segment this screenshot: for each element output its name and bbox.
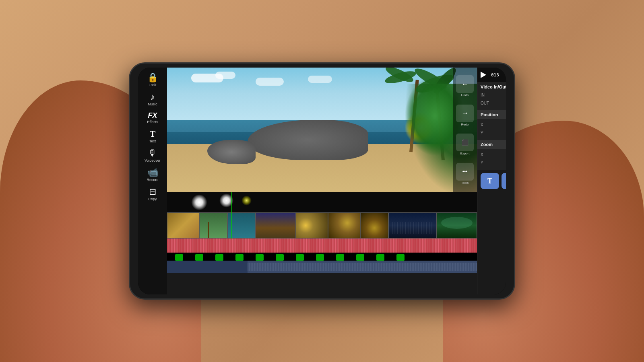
redo-button[interactable]: → [456, 105, 474, 122]
marker-9 [336, 254, 344, 261]
marker-3 [215, 254, 223, 261]
undo-label: Undo [461, 93, 469, 97]
zoom-title: Zoom [481, 142, 493, 147]
tools-label: Tools [461, 181, 469, 185]
record-icon: 📹 [147, 168, 158, 177]
sidebar-item-voiceover[interactable]: 🎙 Voiceover [140, 146, 165, 165]
clip-bokeh1[interactable] [296, 212, 328, 239]
marker-7 [296, 254, 304, 261]
clip-bokeh3[interactable] [360, 212, 388, 239]
marker-4 [235, 254, 244, 261]
zoom-x-row: X 1.000 + − [481, 151, 506, 158]
clip-aerial[interactable] [437, 212, 477, 239]
flash-row [167, 192, 477, 212]
position-x-label: X [481, 123, 487, 127]
sidebar-item-copy[interactable]: ⊟ Copy [140, 185, 165, 204]
left-toolbar: 🔒 Lock ♪ Music FX Effects T Text 🎙 Voice… [138, 68, 167, 294]
zoom-x-label: X [481, 152, 487, 157]
effects-label: Effects [147, 120, 158, 124]
in-value: 00:00:07 [493, 93, 506, 97]
sidebar-item-text[interactable]: T Text [140, 127, 165, 146]
beach-scene [167, 68, 477, 192]
position-x-value: 0.000 [487, 123, 506, 127]
position-y-row: Y 0.000 + − [481, 130, 506, 136]
nav-export[interactable]: ⬛ Export [456, 134, 474, 155]
out-label: OUT [481, 101, 493, 105]
text-title-button-1[interactable]: T [481, 173, 499, 189]
flash-3 [242, 195, 252, 206]
zoom-y-label: Y [481, 160, 487, 165]
voiceover-icon: 🎙 [148, 149, 157, 158]
center-right-area: ← Undo → Redo ⬛ Export ••• [167, 68, 506, 294]
marker-6 [276, 254, 284, 261]
out-value: 00:00:12 [493, 101, 506, 105]
sidebar-item-effects[interactable]: FX Effects [140, 109, 165, 126]
text-title-button-2[interactable]: T [502, 173, 506, 189]
center-content: ← Undo → Redo ⬛ Export ••• [167, 68, 477, 294]
playhead-clips [231, 212, 232, 239]
sidebar-item-record[interactable]: 📹 Record [140, 166, 165, 184]
audio-track-2 [167, 261, 477, 273]
export-button[interactable]: ⬛ [456, 134, 474, 151]
video-controls-row: 013 [477, 68, 506, 82]
marker-8 [316, 254, 324, 261]
position-y-label: Y [481, 131, 487, 135]
copy-icon: ⊟ [149, 187, 156, 196]
nav-undo[interactable]: ← Undo [456, 75, 474, 97]
right-panel: 013 Video In/Out Points IN 00:00:07 + − [477, 68, 506, 294]
playhead [231, 192, 232, 212]
out-point-row: OUT 00:00:12 + − [481, 100, 506, 106]
clip-beach[interactable] [167, 212, 199, 239]
zoom-y-value: 1.000 [487, 160, 506, 165]
frame-counter: 013 [491, 72, 499, 78]
cloud-2 [215, 72, 235, 79]
nav-tools[interactable]: ••• Tools [456, 163, 474, 185]
zoom-x-value: 1.000 [487, 152, 506, 157]
tools-button[interactable]: ••• [456, 163, 474, 181]
export-label: Export [460, 152, 469, 155]
record-label: Record [147, 178, 158, 182]
inout-panel: Video In/Out Points IN 00:00:07 + − OUT … [477, 82, 506, 110]
phone-device: 🔒 Lock ♪ Music FX Effects T Text 🎙 Voice… [129, 62, 515, 300]
marker-5 [256, 254, 264, 261]
undo-button[interactable]: ← [456, 75, 474, 93]
voiceover-label: Voiceover [144, 158, 161, 162]
sidebar-item-lock[interactable]: 🔒 Lock [140, 71, 165, 89]
text-icon: T [150, 130, 156, 138]
nav-redo[interactable]: → Redo [456, 105, 474, 126]
position-title: Position [481, 112, 498, 117]
cloud-4 [308, 76, 332, 83]
text-title-buttons-row: T T [477, 170, 506, 192]
position-section-header[interactable]: Position [477, 110, 506, 119]
zoom-section-header[interactable]: Zoom [477, 140, 506, 149]
video-preview: ← Undo → Redo ⬛ Export ••• [167, 68, 477, 192]
timeline-area [167, 192, 477, 294]
text-label: Text [149, 139, 156, 143]
zoom-panel: X 1.000 + − Y 1.000 + − [477, 149, 506, 170]
marker-1 [175, 254, 183, 261]
clip-sunset[interactable] [256, 212, 296, 239]
audio-track-main [167, 239, 477, 253]
phone-screen: 🔒 Lock ♪ Music FX Effects T Text 🎙 Voice… [138, 68, 506, 294]
marker-10 [356, 254, 364, 261]
clip-bokeh2[interactable] [328, 212, 360, 239]
in-label: IN [481, 93, 493, 97]
lock-label: Lock [149, 83, 156, 87]
inout-panel-title: Video In/Out Points [481, 84, 506, 89]
in-point-row: IN 00:00:07 + − [481, 92, 506, 98]
play-button[interactable] [481, 72, 486, 78]
cloud-3 [256, 78, 284, 86]
music-icon: ♪ [151, 93, 155, 101]
effects-icon: FX [148, 112, 157, 119]
zoom-y-row: Y 1.000 + − [481, 159, 506, 166]
lock-icon: 🔒 [147, 73, 158, 82]
position-y-value: 0.000 [487, 131, 506, 135]
position-panel: X 0.000 + − Y 0.000 + − [477, 119, 506, 140]
video-nav-overlay: ← Undo → Redo ⬛ Export ••• [453, 68, 477, 192]
clip-palm1[interactable] [199, 212, 227, 239]
clips-row [167, 212, 477, 239]
clip-city[interactable] [388, 212, 437, 239]
marker-12 [396, 254, 405, 261]
flash-1 [191, 194, 207, 210]
sidebar-item-music[interactable]: ♪ Music [140, 90, 165, 109]
